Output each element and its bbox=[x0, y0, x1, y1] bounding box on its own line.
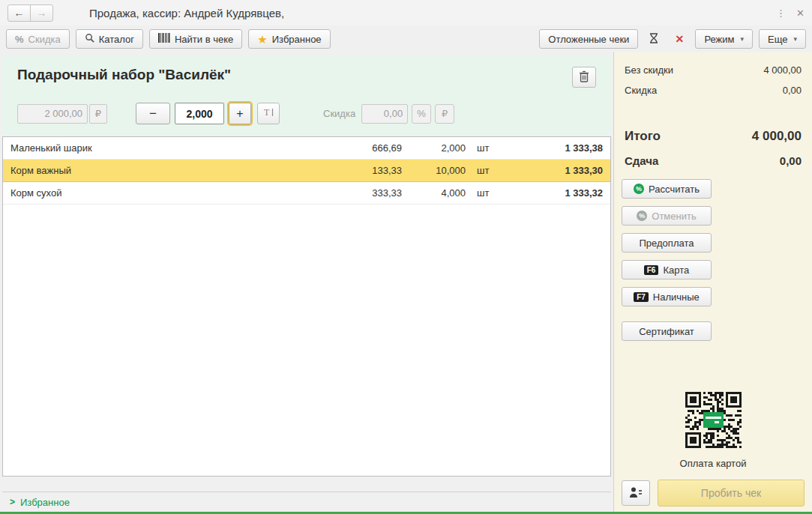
discount-ruble-button[interactable]: ₽ bbox=[435, 104, 454, 124]
barcode-icon bbox=[158, 33, 170, 45]
kebab-menu-button[interactable]: ⋮ bbox=[776, 7, 786, 19]
item-qty: 4,000 bbox=[402, 187, 466, 199]
find-in-receipt-button[interactable]: Найти в чеке bbox=[149, 29, 242, 49]
quantity-input[interactable] bbox=[175, 103, 224, 124]
receipt-area: Подарочный набор "Василёк" ₽ − + T bbox=[0, 52, 613, 514]
payment-panel: Без скидки 4 000,00 Скидка 0,00 Итого 4 … bbox=[613, 52, 812, 514]
percent-icon: % bbox=[15, 34, 24, 45]
cancel-label: Отменить bbox=[652, 211, 696, 222]
close-icon: ✕ bbox=[796, 7, 805, 19]
item-name: Корм сухой bbox=[3, 187, 331, 199]
discount-button-label: Скидка bbox=[28, 34, 61, 45]
deferred-receipts-label: Отложенные чеки bbox=[548, 34, 629, 45]
no-discount-row: Без скидки 4 000,00 bbox=[622, 64, 805, 76]
kebab-menu-icon: ⋮ bbox=[776, 7, 786, 19]
total-value: 4 000,00 bbox=[752, 129, 802, 144]
forward-arrow-icon: → bbox=[37, 7, 47, 19]
favorites-button[interactable]: ★ Избранное bbox=[248, 29, 330, 49]
favorites-expander[interactable]: > Избранное bbox=[2, 492, 611, 512]
table-row[interactable]: Маленький шарик 666,69 2,000 шт 1 333,38 bbox=[3, 137, 610, 160]
print-receipt-button[interactable]: Пробить чек bbox=[658, 480, 805, 507]
search-icon bbox=[85, 33, 94, 45]
calculate-button[interactable]: % Рассчитать bbox=[622, 179, 712, 199]
item-unit: шт bbox=[466, 187, 509, 199]
svg-text:T: T bbox=[264, 107, 270, 118]
increase-quantity-button[interactable]: + bbox=[229, 103, 251, 124]
prepayment-label: Предоплата bbox=[640, 238, 694, 249]
back-button[interactable]: ← bbox=[7, 4, 31, 22]
current-item-panel: Подарочный набор "Василёк" ₽ − + T bbox=[2, 55, 611, 135]
text-cursor-icon: T bbox=[262, 107, 274, 120]
discount-summary-label: Скидка bbox=[625, 85, 657, 96]
window-title: Продажа, кассир: Андрей Кудрявцев, bbox=[89, 7, 284, 19]
find-in-receipt-label: Найти в чеке bbox=[175, 34, 233, 45]
item-unit: шт bbox=[466, 142, 509, 154]
nav-history-group: ← → bbox=[7, 4, 53, 22]
star-icon: ★ bbox=[257, 34, 267, 45]
item-price: 133,33 bbox=[331, 165, 402, 176]
chevron-down-icon: ▾ bbox=[740, 35, 744, 43]
f7-key-badge: F7 bbox=[634, 292, 649, 302]
mode-dropdown-button[interactable]: Режим ▾ bbox=[695, 29, 753, 49]
discount-button[interactable]: % Скидка bbox=[6, 29, 70, 49]
card-label: Карта bbox=[663, 264, 689, 276]
cash-label: Наличные bbox=[653, 291, 700, 303]
catalog-button-label: Каталог bbox=[99, 34, 134, 45]
panel-bottom-row: Пробить чек bbox=[622, 480, 805, 507]
main-area: Подарочный набор "Василёк" ₽ − + T bbox=[0, 52, 812, 514]
customer-button[interactable] bbox=[622, 480, 650, 506]
item-total: 1 333,38 bbox=[509, 142, 610, 154]
edit-quantity-button[interactable]: T bbox=[257, 103, 280, 124]
table-row-selected[interactable]: Корм важный 133,33 10,000 шт 1 333,30 bbox=[3, 160, 610, 182]
toolbar: % Скидка Каталог Найти в чеке ★ Избранно… bbox=[0, 25, 812, 52]
delete-receipt-button[interactable]: ✕ bbox=[670, 29, 689, 49]
decrease-quantity-button[interactable]: − bbox=[136, 103, 170, 124]
more-label: Еще bbox=[768, 34, 787, 45]
qr-caption: Оплата картой bbox=[622, 458, 805, 469]
item-total: 1 333,30 bbox=[509, 165, 610, 176]
certificate-button[interactable]: Сертификат bbox=[622, 321, 712, 341]
total-label: Итого bbox=[625, 129, 661, 144]
qr-wrap bbox=[685, 392, 742, 450]
more-dropdown-button[interactable]: Еще ▾ bbox=[759, 29, 806, 49]
chevron-right-icon: > bbox=[10, 497, 15, 507]
delete-item-button[interactable] bbox=[572, 67, 596, 88]
total-row: Итого 4 000,00 bbox=[622, 129, 805, 144]
back-arrow-icon: ← bbox=[14, 7, 25, 19]
favorites-button-label: Избранное bbox=[272, 34, 322, 45]
catalog-button[interactable]: Каталог bbox=[76, 29, 143, 49]
calculate-label: Рассчитать bbox=[649, 184, 700, 195]
card-button[interactable]: F6 Карта bbox=[622, 260, 712, 279]
ruble-currency-label: ₽ bbox=[89, 104, 107, 124]
change-row: Сдача 0,00 bbox=[622, 154, 805, 167]
deferred-receipts-button[interactable]: Отложенные чеки bbox=[539, 29, 638, 49]
item-qty: 2,000 bbox=[402, 142, 466, 154]
item-name: Маленький шарик bbox=[3, 142, 331, 154]
payment-buttons: % Рассчитать % Отменить Предоплата F6 Ка… bbox=[622, 179, 805, 341]
window-controls: ⋮ ✕ bbox=[776, 7, 805, 19]
hourglass-icon bbox=[649, 33, 658, 46]
cancel-circle-icon: % bbox=[637, 211, 647, 221]
item-discount-label: Скидка bbox=[323, 108, 355, 119]
close-button[interactable]: ✕ bbox=[796, 7, 805, 19]
defer-receipt-button[interactable] bbox=[644, 29, 664, 49]
no-discount-value: 4 000,00 bbox=[763, 64, 802, 76]
prepayment-button[interactable]: Предоплата bbox=[622, 233, 712, 253]
item-total: 1 333,32 bbox=[509, 187, 610, 199]
mode-label: Режим bbox=[704, 34, 734, 45]
cancel-button[interactable]: % Отменить bbox=[622, 206, 712, 226]
trash-icon bbox=[579, 70, 589, 85]
change-label: Сдача bbox=[625, 154, 658, 167]
forward-button[interactable]: → bbox=[30, 4, 53, 22]
cash-button[interactable]: F7 Наличные bbox=[622, 287, 712, 306]
certificate-label: Сертификат bbox=[639, 326, 694, 337]
item-name: Корм важный bbox=[3, 165, 331, 176]
qr-code bbox=[685, 392, 742, 448]
table-row[interactable]: Корм сухой 333,33 4,000 шт 1 333,32 bbox=[3, 182, 610, 205]
percent-circle-icon: % bbox=[634, 184, 644, 194]
red-x-icon: ✕ bbox=[676, 33, 685, 45]
change-value: 0,00 bbox=[780, 154, 802, 167]
discount-percent-button[interactable]: % bbox=[412, 104, 431, 124]
f6-key-badge: F6 bbox=[644, 265, 659, 275]
item-price: 666,69 bbox=[331, 142, 402, 154]
